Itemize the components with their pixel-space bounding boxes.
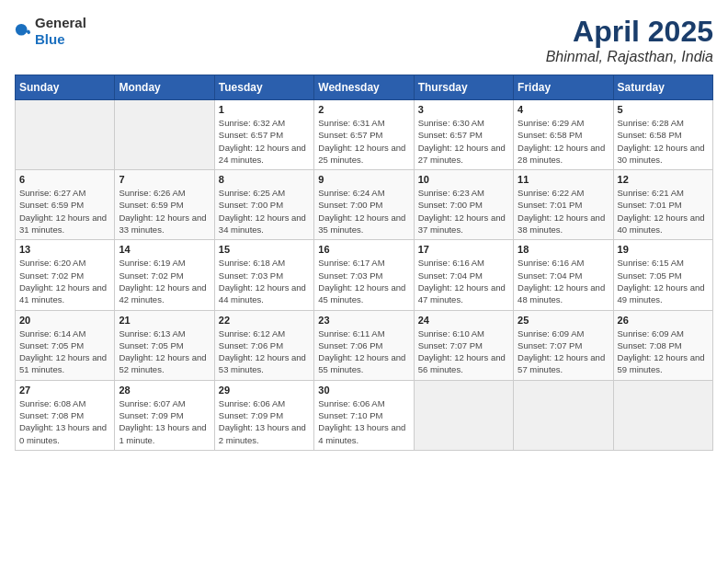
day-info: Sunrise: 6:16 AMSunset: 7:04 PMDaylight:… — [418, 257, 509, 305]
calendar-day-cell: 23Sunrise: 6:11 AMSunset: 7:06 PMDayligh… — [314, 310, 414, 380]
calendar-day-cell: 11Sunrise: 6:22 AMSunset: 7:01 PMDayligh… — [514, 170, 613, 240]
calendar-week-row: 1Sunrise: 6:32 AMSunset: 6:57 PMDaylight… — [16, 100, 713, 170]
calendar-day-cell: 17Sunrise: 6:16 AMSunset: 7:04 PMDayligh… — [414, 240, 513, 310]
calendar-day-cell: 1Sunrise: 6:32 AMSunset: 6:57 PMDaylight… — [214, 100, 313, 170]
day-info: Sunrise: 6:12 AMSunset: 7:06 PMDaylight:… — [219, 327, 310, 376]
day-number: 18 — [518, 244, 609, 255]
day-number: 23 — [318, 315, 409, 326]
calendar-day-cell: 26Sunrise: 6:09 AMSunset: 7:08 PMDayligh… — [613, 310, 712, 380]
day-number: 26 — [618, 315, 709, 326]
calendar-day-cell: 22Sunrise: 6:12 AMSunset: 7:06 PMDayligh… — [214, 310, 313, 380]
day-of-week-header: Monday — [115, 75, 214, 100]
day-number: 1 — [219, 104, 310, 115]
day-number: 28 — [119, 385, 210, 396]
calendar-day-cell: 20Sunrise: 6:14 AMSunset: 7:05 PMDayligh… — [16, 310, 115, 380]
day-info: Sunrise: 6:07 AMSunset: 7:09 PMDaylight:… — [119, 397, 210, 446]
day-info: Sunrise: 6:10 AMSunset: 7:07 PMDaylight:… — [418, 327, 509, 376]
calendar-day-cell: 5Sunrise: 6:28 AMSunset: 6:58 PMDaylight… — [613, 100, 712, 170]
calendar-day-cell: 24Sunrise: 6:10 AMSunset: 7:07 PMDayligh… — [414, 310, 513, 380]
day-info: Sunrise: 6:13 AMSunset: 7:05 PMDaylight:… — [119, 327, 210, 376]
day-info: Sunrise: 6:14 AMSunset: 7:05 PMDaylight:… — [19, 327, 110, 376]
day-info: Sunrise: 6:24 AMSunset: 7:00 PMDaylight:… — [318, 187, 409, 236]
day-number: 10 — [418, 174, 509, 185]
day-number: 4 — [518, 104, 609, 115]
logo-icon — [15, 23, 31, 40]
day-info: Sunrise: 6:17 AMSunset: 7:03 PMDaylight:… — [318, 257, 409, 305]
calendar-day-cell: 21Sunrise: 6:13 AMSunset: 7:05 PMDayligh… — [115, 310, 214, 380]
calendar-day-cell: 13Sunrise: 6:20 AMSunset: 7:02 PMDayligh… — [16, 240, 115, 310]
day-info: Sunrise: 6:16 AMSunset: 7:04 PMDaylight:… — [518, 257, 609, 305]
day-info: Sunrise: 6:22 AMSunset: 7:01 PMDaylight:… — [518, 187, 609, 236]
calendar-header-row: SundayMondayTuesdayWednesdayThursdayFrid… — [16, 75, 713, 100]
calendar-day-cell: 29Sunrise: 6:06 AMSunset: 7:09 PMDayligh… — [214, 380, 313, 450]
calendar-day-cell: 6Sunrise: 6:27 AMSunset: 6:59 PMDaylight… — [16, 170, 115, 240]
calendar-week-row: 13Sunrise: 6:20 AMSunset: 7:02 PMDayligh… — [16, 240, 713, 310]
day-number: 11 — [518, 174, 609, 185]
day-info: Sunrise: 6:31 AMSunset: 6:57 PMDaylight:… — [318, 117, 409, 166]
day-number: 6 — [19, 174, 110, 185]
calendar-day-cell: 12Sunrise: 6:21 AMSunset: 7:01 PMDayligh… — [613, 170, 712, 240]
calendar-day-cell: 4Sunrise: 6:29 AMSunset: 6:58 PMDaylight… — [514, 100, 613, 170]
day-of-week-header: Tuesday — [214, 75, 313, 100]
calendar-day-cell: 3Sunrise: 6:30 AMSunset: 6:57 PMDaylight… — [414, 100, 513, 170]
location-title: Bhinmal, Rajasthan, India — [546, 49, 713, 65]
day-number: 13 — [19, 244, 110, 255]
calendar-week-row: 27Sunrise: 6:08 AMSunset: 7:08 PMDayligh… — [16, 380, 713, 450]
day-number: 12 — [618, 174, 709, 185]
day-number: 21 — [119, 315, 210, 326]
day-info: Sunrise: 6:25 AMSunset: 7:00 PMDaylight:… — [219, 187, 310, 236]
calendar-day-cell — [16, 100, 115, 170]
day-number: 2 — [318, 104, 409, 115]
day-number: 9 — [318, 174, 409, 185]
month-title: April 2025 — [546, 15, 713, 49]
day-info: Sunrise: 6:28 AMSunset: 6:58 PMDaylight:… — [618, 117, 709, 166]
day-of-week-header: Saturday — [613, 75, 712, 100]
calendar-day-cell: 7Sunrise: 6:26 AMSunset: 6:59 PMDaylight… — [115, 170, 214, 240]
day-number: 14 — [119, 244, 210, 255]
calendar-day-cell: 15Sunrise: 6:18 AMSunset: 7:03 PMDayligh… — [214, 240, 313, 310]
day-number: 8 — [219, 174, 310, 185]
day-number: 20 — [19, 315, 110, 326]
day-info: Sunrise: 6:29 AMSunset: 6:58 PMDaylight:… — [518, 117, 609, 166]
day-number: 17 — [418, 244, 509, 255]
calendar-day-cell: 16Sunrise: 6:17 AMSunset: 7:03 PMDayligh… — [314, 240, 414, 310]
day-of-week-header: Friday — [514, 75, 613, 100]
day-info: Sunrise: 6:21 AMSunset: 7:01 PMDaylight:… — [618, 187, 709, 236]
day-number: 5 — [618, 104, 709, 115]
calendar-day-cell — [414, 380, 513, 450]
calendar-day-cell: 9Sunrise: 6:24 AMSunset: 7:00 PMDaylight… — [314, 170, 414, 240]
day-number: 3 — [418, 104, 509, 115]
calendar-week-row: 6Sunrise: 6:27 AMSunset: 6:59 PMDaylight… — [16, 170, 713, 240]
day-info: Sunrise: 6:09 AMSunset: 7:08 PMDaylight:… — [618, 327, 709, 376]
calendar-day-cell: 25Sunrise: 6:09 AMSunset: 7:07 PMDayligh… — [514, 310, 613, 380]
calendar-day-cell: 18Sunrise: 6:16 AMSunset: 7:04 PMDayligh… — [514, 240, 613, 310]
svg-point-0 — [16, 24, 28, 36]
page-header: General Blue April 2025 Bhinmal, Rajasth… — [15, 15, 713, 65]
day-number: 19 — [618, 244, 709, 255]
calendar-day-cell: 30Sunrise: 6:06 AMSunset: 7:10 PMDayligh… — [314, 380, 414, 450]
day-of-week-header: Sunday — [16, 75, 115, 100]
day-info: Sunrise: 6:19 AMSunset: 7:02 PMDaylight:… — [119, 257, 210, 305]
calendar-day-cell: 10Sunrise: 6:23 AMSunset: 7:00 PMDayligh… — [414, 170, 513, 240]
day-info: Sunrise: 6:20 AMSunset: 7:02 PMDaylight:… — [19, 257, 110, 305]
day-of-week-header: Thursday — [414, 75, 513, 100]
day-number: 15 — [219, 244, 310, 255]
calendar-day-cell: 14Sunrise: 6:19 AMSunset: 7:02 PMDayligh… — [115, 240, 214, 310]
logo-text-blue: Blue — [35, 31, 65, 47]
calendar-table: SundayMondayTuesdayWednesdayThursdayFrid… — [15, 75, 713, 451]
day-of-week-header: Wednesday — [314, 75, 414, 100]
day-number: 22 — [219, 315, 310, 326]
calendar-day-cell — [613, 380, 712, 450]
logo: General Blue — [15, 15, 86, 48]
calendar-day-cell: 28Sunrise: 6:07 AMSunset: 7:09 PMDayligh… — [115, 380, 214, 450]
day-number: 29 — [219, 385, 310, 396]
calendar-week-row: 20Sunrise: 6:14 AMSunset: 7:05 PMDayligh… — [16, 310, 713, 380]
calendar-day-cell: 27Sunrise: 6:08 AMSunset: 7:08 PMDayligh… — [16, 380, 115, 450]
day-info: Sunrise: 6:18 AMSunset: 7:03 PMDaylight:… — [219, 257, 310, 305]
day-info: Sunrise: 6:06 AMSunset: 7:10 PMDaylight:… — [318, 397, 409, 446]
day-number: 25 — [518, 315, 609, 326]
calendar-day-cell — [514, 380, 613, 450]
day-number: 16 — [318, 244, 409, 255]
day-info: Sunrise: 6:30 AMSunset: 6:57 PMDaylight:… — [418, 117, 509, 166]
day-number: 30 — [318, 385, 409, 396]
